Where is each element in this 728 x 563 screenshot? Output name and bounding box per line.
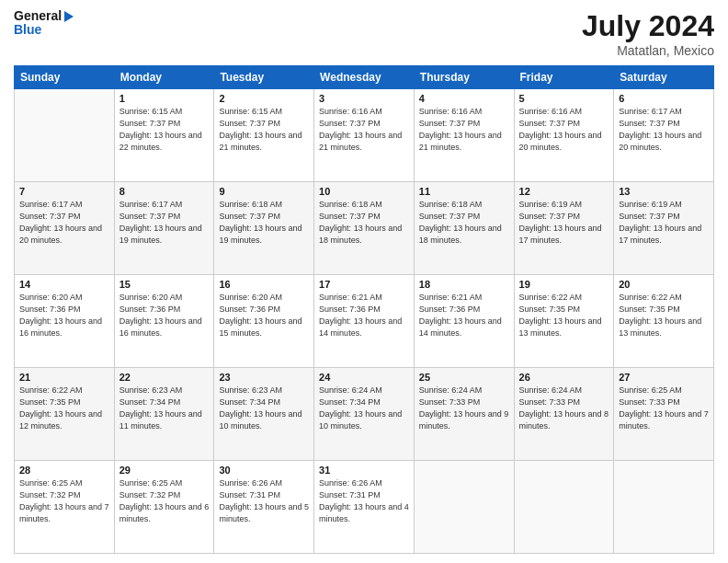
cell-info: Sunrise: 6:22 AMSunset: 7:35 PMDaylight:…: [519, 292, 609, 339]
cell-info: Sunrise: 6:18 AMSunset: 7:37 PMDaylight:…: [419, 199, 509, 247]
calendar-cell: 25Sunrise: 6:24 AMSunset: 7:33 PMDayligh…: [414, 368, 514, 461]
cell-info-line: Sunset: 7:35 PM: [19, 396, 109, 408]
cell-info-line: Daylight: 13 hours and 5 minutes.: [219, 501, 309, 525]
calendar-cell: 8Sunrise: 6:17 AMSunset: 7:37 PMDaylight…: [114, 182, 214, 275]
calendar-cell: 23Sunrise: 6:23 AMSunset: 7:34 PMDayligh…: [214, 368, 314, 461]
cell-info: Sunrise: 6:17 AMSunset: 7:37 PMDaylight:…: [119, 199, 210, 247]
cell-info-line: Daylight: 13 hours and 8 minutes.: [519, 408, 609, 432]
calendar-cell: 14Sunrise: 6:20 AMSunset: 7:36 PMDayligh…: [15, 275, 115, 368]
calendar-cell: 13Sunrise: 6:19 AMSunset: 7:37 PMDayligh…: [614, 182, 714, 275]
day-number: 12: [519, 186, 609, 197]
column-header-friday: Friday: [514, 66, 614, 89]
cell-info: Sunrise: 6:16 AMSunset: 7:37 PMDaylight:…: [419, 106, 509, 154]
cell-info-line: Sunrise: 6:24 AM: [319, 385, 409, 396]
day-number: 30: [219, 465, 309, 476]
cell-info: Sunrise: 6:19 AMSunset: 7:37 PMDaylight:…: [619, 199, 709, 247]
cell-info: Sunrise: 6:19 AMSunset: 7:37 PMDaylight:…: [519, 199, 609, 247]
day-number: 28: [19, 465, 109, 476]
cell-info-line: Daylight: 13 hours and 16 minutes.: [19, 316, 109, 339]
cell-info-line: Daylight: 13 hours and 14 minutes.: [419, 316, 509, 339]
cell-info-line: Daylight: 13 hours and 16 minutes.: [119, 316, 210, 339]
day-number: 4: [419, 93, 509, 104]
cell-info: Sunrise: 6:15 AMSunset: 7:37 PMDaylight:…: [119, 106, 210, 154]
cell-info-line: Sunrise: 6:25 AM: [119, 477, 210, 489]
day-number: 8: [119, 186, 210, 197]
cell-info-line: Daylight: 13 hours and 12 minutes.: [19, 408, 109, 432]
cell-info-line: Sunset: 7:37 PM: [119, 118, 210, 130]
cell-info-line: Sunset: 7:37 PM: [319, 118, 409, 130]
calendar-cell: 20Sunrise: 6:22 AMSunset: 7:35 PMDayligh…: [614, 275, 714, 368]
cell-info-line: Daylight: 13 hours and 14 minutes.: [319, 316, 409, 339]
main-title: July 2024: [582, 9, 714, 43]
calendar-cell: 21Sunrise: 6:22 AMSunset: 7:35 PMDayligh…: [15, 368, 115, 461]
cell-info-line: Sunrise: 6:22 AM: [519, 292, 609, 304]
cell-info-line: Sunset: 7:36 PM: [219, 304, 309, 316]
day-number: 3: [319, 93, 409, 104]
day-number: 31: [319, 465, 409, 476]
cell-info-line: Sunrise: 6:21 AM: [419, 292, 509, 304]
calendar-cell: 6Sunrise: 6:17 AMSunset: 7:37 PMDaylight…: [614, 89, 714, 182]
cell-info-line: Sunrise: 6:16 AM: [319, 106, 409, 118]
day-number: 21: [19, 372, 109, 383]
day-number: 2: [219, 93, 309, 104]
cell-info-line: Sunset: 7:34 PM: [219, 396, 309, 408]
day-number: 25: [419, 372, 509, 383]
cell-info-line: Daylight: 13 hours and 7 minutes.: [19, 501, 109, 525]
cell-info-line: Sunset: 7:37 PM: [619, 211, 709, 223]
calendar-cell: 11Sunrise: 6:18 AMSunset: 7:37 PMDayligh…: [414, 182, 514, 275]
cell-info-line: Sunrise: 6:20 AM: [219, 292, 309, 304]
day-number: 19: [519, 279, 609, 290]
cell-info-line: Sunset: 7:31 PM: [319, 489, 409, 501]
calendar-cell: 28Sunrise: 6:25 AMSunset: 7:32 PMDayligh…: [15, 461, 115, 554]
cell-info-line: Sunset: 7:32 PM: [119, 489, 210, 501]
cell-info-line: Sunrise: 6:17 AM: [119, 199, 210, 211]
cell-info: Sunrise: 6:24 AMSunset: 7:33 PMDaylight:…: [419, 385, 509, 432]
day-number: 6: [619, 93, 709, 104]
cell-info-line: Sunrise: 6:15 AM: [119, 106, 210, 118]
cell-info: Sunrise: 6:15 AMSunset: 7:37 PMDaylight:…: [219, 106, 309, 154]
cell-info-line: Sunrise: 6:17 AM: [19, 199, 109, 211]
cell-info: Sunrise: 6:17 AMSunset: 7:37 PMDaylight:…: [19, 199, 109, 247]
calendar-cell: 12Sunrise: 6:19 AMSunset: 7:37 PMDayligh…: [514, 182, 614, 275]
cell-info-line: Sunset: 7:37 PM: [419, 118, 509, 130]
cell-info-line: Daylight: 13 hours and 21 minutes.: [419, 130, 509, 154]
cell-info: Sunrise: 6:22 AMSunset: 7:35 PMDaylight:…: [19, 385, 109, 432]
calendar-cell: [614, 461, 714, 554]
cell-info-line: Sunrise: 6:24 AM: [519, 385, 609, 396]
cell-info-line: Daylight: 13 hours and 22 minutes.: [119, 130, 210, 154]
cell-info-line: Sunset: 7:37 PM: [219, 211, 309, 223]
cell-info-line: Sunset: 7:34 PM: [319, 396, 409, 408]
cell-info: Sunrise: 6:18 AMSunset: 7:37 PMDaylight:…: [319, 199, 409, 247]
calendar-cell: 9Sunrise: 6:18 AMSunset: 7:37 PMDaylight…: [214, 182, 314, 275]
header: General Blue July 2024 Matatlan, Mexico: [14, 9, 714, 58]
cell-info: Sunrise: 6:25 AMSunset: 7:32 PMDaylight:…: [19, 477, 109, 525]
calendar-cell: [514, 461, 614, 554]
cell-info-line: Sunrise: 6:16 AM: [419, 106, 509, 118]
calendar-cell: 5Sunrise: 6:16 AMSunset: 7:37 PMDaylight…: [514, 89, 614, 182]
cell-info-line: Sunrise: 6:17 AM: [619, 106, 709, 118]
cell-info-line: Sunset: 7:33 PM: [519, 396, 609, 408]
calendar-cell: [414, 461, 514, 554]
cell-info-line: Sunset: 7:33 PM: [419, 396, 509, 408]
calendar-cell: 1Sunrise: 6:15 AMSunset: 7:37 PMDaylight…: [114, 89, 214, 182]
cell-info-line: Sunrise: 6:18 AM: [419, 199, 509, 211]
cell-info: Sunrise: 6:20 AMSunset: 7:36 PMDaylight:…: [119, 292, 210, 339]
sub-title: Matatlan, Mexico: [582, 43, 714, 58]
cell-info-line: Sunset: 7:36 PM: [419, 304, 509, 316]
cell-info-line: Daylight: 13 hours and 17 minutes.: [619, 223, 709, 247]
calendar-cell: 27Sunrise: 6:25 AMSunset: 7:33 PMDayligh…: [614, 368, 714, 461]
cell-info-line: Sunrise: 6:25 AM: [19, 477, 109, 489]
cell-info-line: Sunrise: 6:20 AM: [19, 292, 109, 304]
cell-info: Sunrise: 6:21 AMSunset: 7:36 PMDaylight:…: [419, 292, 509, 339]
day-number: 11: [419, 186, 509, 197]
day-number: 9: [219, 186, 309, 197]
cell-info-line: Sunset: 7:34 PM: [119, 396, 210, 408]
calendar-week-row: 21Sunrise: 6:22 AMSunset: 7:35 PMDayligh…: [15, 368, 714, 461]
day-number: 26: [519, 372, 609, 383]
cell-info-line: Sunrise: 6:22 AM: [619, 292, 709, 304]
calendar-cell: 15Sunrise: 6:20 AMSunset: 7:36 PMDayligh…: [114, 275, 214, 368]
cell-info: Sunrise: 6:26 AMSunset: 7:31 PMDaylight:…: [219, 477, 309, 525]
cell-info-line: Daylight: 13 hours and 19 minutes.: [219, 223, 309, 247]
cell-info: Sunrise: 6:18 AMSunset: 7:37 PMDaylight:…: [219, 199, 309, 247]
calendar-cell: 17Sunrise: 6:21 AMSunset: 7:36 PMDayligh…: [314, 275, 415, 368]
